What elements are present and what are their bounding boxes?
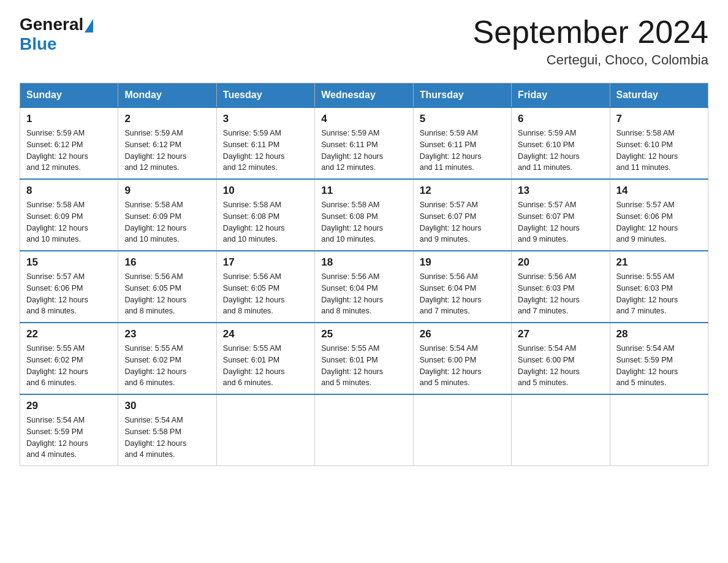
day-header-thursday: Thursday <box>413 83 511 108</box>
logo: General Blue <box>20 15 93 54</box>
day-number: 19 <box>420 256 505 269</box>
day-info: Sunrise: 5:55 AMSunset: 6:01 PMDaylight:… <box>223 343 308 389</box>
day-info: Sunrise: 5:54 AMSunset: 6:00 PMDaylight:… <box>518 343 603 389</box>
calendar-cell: 9Sunrise: 5:58 AMSunset: 6:09 PMDaylight… <box>118 179 216 251</box>
calendar-cell: 4Sunrise: 5:59 AMSunset: 6:11 PMDaylight… <box>315 107 413 179</box>
calendar-cell <box>610 394 708 466</box>
calendar-cell: 25Sunrise: 5:55 AMSunset: 6:01 PMDayligh… <box>315 323 413 394</box>
day-info: Sunrise: 5:58 AMSunset: 6:09 PMDaylight:… <box>124 199 210 245</box>
calendar-cell: 24Sunrise: 5:55 AMSunset: 6:01 PMDayligh… <box>216 323 314 394</box>
day-info: Sunrise: 5:59 AMSunset: 6:11 PMDaylight:… <box>420 128 505 174</box>
calendar-cell: 11Sunrise: 5:58 AMSunset: 6:08 PMDayligh… <box>315 179 413 251</box>
calendar-subtitle: Certegui, Choco, Colombia <box>473 52 709 68</box>
day-info: Sunrise: 5:57 AMSunset: 6:06 PMDaylight:… <box>616 199 702 245</box>
day-info: Sunrise: 5:56 AMSunset: 6:04 PMDaylight:… <box>321 271 406 317</box>
day-info: Sunrise: 5:56 AMSunset: 6:04 PMDaylight:… <box>420 271 505 317</box>
calendar-cell <box>315 394 413 466</box>
week-row-5: 29Sunrise: 5:54 AMSunset: 5:59 PMDayligh… <box>20 394 708 466</box>
day-number: 13 <box>518 185 603 197</box>
day-number: 15 <box>26 256 112 269</box>
day-info: Sunrise: 5:56 AMSunset: 6:05 PMDaylight:… <box>124 271 210 317</box>
day-number: 4 <box>321 113 406 125</box>
day-number: 5 <box>420 113 505 125</box>
day-header-monday: Monday <box>118 83 216 108</box>
calendar-cell <box>413 394 511 466</box>
day-number: 11 <box>321 185 406 197</box>
day-number: 24 <box>223 328 308 340</box>
page-header: General Blue September 2024 Certegui, Ch… <box>20 15 708 68</box>
day-info: Sunrise: 5:56 AMSunset: 6:05 PMDaylight:… <box>223 271 308 317</box>
calendar-cell: 29Sunrise: 5:54 AMSunset: 5:59 PMDayligh… <box>20 394 118 466</box>
day-info: Sunrise: 5:54 AMSunset: 5:59 PMDaylight:… <box>616 343 702 389</box>
day-info: Sunrise: 5:58 AMSunset: 6:08 PMDaylight:… <box>223 199 308 245</box>
calendar-cell: 5Sunrise: 5:59 AMSunset: 6:11 PMDaylight… <box>413 107 511 179</box>
calendar-table: SundayMondayTuesdayWednesdayThursdayFrid… <box>20 83 708 466</box>
day-info: Sunrise: 5:57 AMSunset: 6:07 PMDaylight:… <box>518 199 603 245</box>
day-number: 27 <box>518 328 603 340</box>
day-header-tuesday: Tuesday <box>216 83 314 108</box>
day-info: Sunrise: 5:57 AMSunset: 6:06 PMDaylight:… <box>26 271 112 317</box>
day-number: 26 <box>420 328 505 340</box>
day-info: Sunrise: 5:59 AMSunset: 6:10 PMDaylight:… <box>518 128 603 174</box>
day-number: 8 <box>26 185 112 197</box>
calendar-cell: 18Sunrise: 5:56 AMSunset: 6:04 PMDayligh… <box>315 251 413 323</box>
day-info: Sunrise: 5:55 AMSunset: 6:01 PMDaylight:… <box>321 343 406 389</box>
title-section: September 2024 Certegui, Choco, Colombia <box>473 15 709 68</box>
days-header-row: SundayMondayTuesdayWednesdayThursdayFrid… <box>20 83 708 108</box>
day-header-sunday: Sunday <box>20 83 118 108</box>
calendar-cell: 15Sunrise: 5:57 AMSunset: 6:06 PMDayligh… <box>20 251 118 323</box>
calendar-cell: 17Sunrise: 5:56 AMSunset: 6:05 PMDayligh… <box>216 251 314 323</box>
day-info: Sunrise: 5:59 AMSunset: 6:11 PMDaylight:… <box>223 128 308 174</box>
day-info: Sunrise: 5:56 AMSunset: 6:03 PMDaylight:… <box>518 271 603 317</box>
calendar-cell: 2Sunrise: 5:59 AMSunset: 6:12 PMDaylight… <box>118 107 216 179</box>
day-number: 2 <box>124 113 210 125</box>
day-info: Sunrise: 5:55 AMSunset: 6:02 PMDaylight:… <box>26 343 112 389</box>
day-number: 14 <box>616 185 702 197</box>
day-number: 3 <box>223 113 308 125</box>
day-number: 20 <box>518 256 603 269</box>
day-info: Sunrise: 5:55 AMSunset: 6:03 PMDaylight:… <box>616 271 702 317</box>
calendar-cell: 26Sunrise: 5:54 AMSunset: 6:00 PMDayligh… <box>413 323 511 394</box>
calendar-cell: 14Sunrise: 5:57 AMSunset: 6:06 PMDayligh… <box>610 179 708 251</box>
day-info: Sunrise: 5:57 AMSunset: 6:07 PMDaylight:… <box>420 199 505 245</box>
calendar-cell: 13Sunrise: 5:57 AMSunset: 6:07 PMDayligh… <box>512 179 610 251</box>
day-number: 12 <box>420 185 505 197</box>
day-info: Sunrise: 5:58 AMSunset: 6:09 PMDaylight:… <box>26 199 112 245</box>
day-number: 30 <box>124 400 210 412</box>
day-header-friday: Friday <box>512 83 610 108</box>
calendar-cell: 19Sunrise: 5:56 AMSunset: 6:04 PMDayligh… <box>413 251 511 323</box>
day-info: Sunrise: 5:54 AMSunset: 5:59 PMDaylight:… <box>26 415 112 461</box>
day-header-saturday: Saturday <box>610 83 708 108</box>
day-info: Sunrise: 5:59 AMSunset: 6:12 PMDaylight:… <box>26 128 112 174</box>
calendar-cell: 16Sunrise: 5:56 AMSunset: 6:05 PMDayligh… <box>118 251 216 323</box>
week-row-3: 15Sunrise: 5:57 AMSunset: 6:06 PMDayligh… <box>20 251 708 323</box>
day-info: Sunrise: 5:59 AMSunset: 6:11 PMDaylight:… <box>321 128 406 174</box>
day-header-wednesday: Wednesday <box>315 83 413 108</box>
day-info: Sunrise: 5:54 AMSunset: 6:00 PMDaylight:… <box>420 343 505 389</box>
day-number: 6 <box>518 113 603 125</box>
day-number: 9 <box>124 185 210 197</box>
week-row-1: 1Sunrise: 5:59 AMSunset: 6:12 PMDaylight… <box>20 107 708 179</box>
day-number: 28 <box>616 328 702 340</box>
day-info: Sunrise: 5:59 AMSunset: 6:12 PMDaylight:… <box>124 128 210 174</box>
calendar-cell: 22Sunrise: 5:55 AMSunset: 6:02 PMDayligh… <box>20 323 118 394</box>
day-info: Sunrise: 5:54 AMSunset: 5:58 PMDaylight:… <box>124 415 210 461</box>
calendar-cell: 7Sunrise: 5:58 AMSunset: 6:10 PMDaylight… <box>610 107 708 179</box>
calendar-cell <box>216 394 314 466</box>
day-number: 29 <box>26 400 112 412</box>
day-number: 16 <box>124 256 210 269</box>
calendar-cell: 8Sunrise: 5:58 AMSunset: 6:09 PMDaylight… <box>20 179 118 251</box>
calendar-cell <box>512 394 610 466</box>
day-number: 22 <box>26 328 112 340</box>
day-info: Sunrise: 5:58 AMSunset: 6:08 PMDaylight:… <box>321 199 406 245</box>
week-row-4: 22Sunrise: 5:55 AMSunset: 6:02 PMDayligh… <box>20 323 708 394</box>
calendar-cell: 28Sunrise: 5:54 AMSunset: 5:59 PMDayligh… <box>610 323 708 394</box>
calendar-cell: 12Sunrise: 5:57 AMSunset: 6:07 PMDayligh… <box>413 179 511 251</box>
logo-triangle-icon <box>85 19 93 33</box>
calendar-cell: 23Sunrise: 5:55 AMSunset: 6:02 PMDayligh… <box>118 323 216 394</box>
calendar-cell: 6Sunrise: 5:59 AMSunset: 6:10 PMDaylight… <box>512 107 610 179</box>
calendar-cell: 27Sunrise: 5:54 AMSunset: 6:00 PMDayligh… <box>512 323 610 394</box>
logo-blue: Blue <box>20 34 57 53</box>
week-row-2: 8Sunrise: 5:58 AMSunset: 6:09 PMDaylight… <box>20 179 708 251</box>
day-info: Sunrise: 5:55 AMSunset: 6:02 PMDaylight:… <box>124 343 210 389</box>
